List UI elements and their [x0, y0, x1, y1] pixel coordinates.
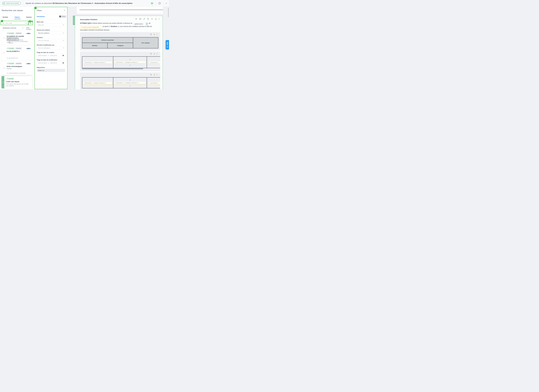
delete-trash-icon[interactable] [150, 53, 152, 54]
table-header-block: Actions souscrites Prix unitaire Nombre … [80, 32, 160, 50]
shares-price-input[interactable] [149, 61, 160, 64]
create-clause-description: Pour ajouter faire glisser vers la table… [6, 83, 31, 87]
edilex-logo: edilex [27, 63, 31, 64]
close-icon[interactable]: × [166, 2, 167, 5]
topbar-separator [156, 2, 156, 5]
issuer-name-input[interactable] [80, 26, 102, 29]
drag-handle-icon[interactable] [3, 52, 4, 54]
update-clause-icon[interactable] [135, 18, 137, 20]
help-icon[interactable]: ? [159, 2, 161, 5]
divider [37, 14, 65, 14]
subscribed-shares-table: Actions souscrites Prix unitaire Nombre … [82, 37, 158, 48]
drag-handle-icon[interactable] [3, 37, 4, 39]
status-badge: PUBLIÉE [15, 63, 22, 65]
keywords-select[interactable]: Mots-clés [37, 23, 65, 27]
shares-category-input[interactable] [114, 61, 146, 64]
edilex-logo: edilex [27, 48, 31, 49]
horizontal-scrollbar[interactable] [82, 68, 143, 69]
sort-handles-icon [25, 22, 27, 24]
shares-number-input[interactable] [83, 82, 112, 84]
more-options-icon[interactable] [157, 53, 157, 54]
tab-clause[interactable]: Clause [15, 16, 20, 18]
edilex-logo: edilex [27, 33, 31, 34]
add-comment-icon[interactable] [140, 18, 141, 20]
search-input[interactable] [5, 22, 24, 24]
tag-icon [7, 58, 8, 59]
creator-label: Créateur [37, 37, 43, 38]
filter-count-badge: 1 [31, 21, 33, 22]
clause-type-badge: CLAUSE [6, 78, 14, 80]
clause-side-tab: CLAUSE [73, 16, 75, 25]
shares-price-input[interactable] [149, 82, 160, 84]
table-row-block: « » [80, 52, 160, 71]
creation-date-range-field[interactable]: Date de début — Date de fin [37, 54, 65, 57]
delete-trash-icon[interactable] [147, 18, 149, 20]
tag-icon [7, 39, 8, 41]
sort-order-select[interactable]: Modification (récente) [1, 26, 24, 29]
clause-card[interactable]: CLAUSE PUBLIÉE edilex Ordre chronologiqu… [1, 61, 32, 75]
create-clause-card[interactable]: CLAUSE Créer une clause Pour ajouter fai… [1, 76, 32, 88]
clause-card-subtitle: Trousse [7, 68, 31, 69]
create-clause-drag-strip[interactable] [1, 76, 4, 88]
creator-select[interactable]: Tous les créateurs [37, 39, 65, 42]
drag-handle-icon[interactable] [3, 67, 4, 69]
help-tab-label: Aide [167, 42, 168, 45]
close-filters-icon[interactable]: × [64, 9, 65, 11]
filters-panel: 3 Filtres × Réinitialiser 1 Filtres Mots… [34, 7, 68, 89]
lock-icon[interactable] [154, 74, 155, 75]
clause-paragraph: ATTENDU QUE la Fiducie désire souscrire … [80, 22, 160, 31]
drag-handle-icon [2, 82, 4, 83]
capital-actions-select[interactable]: capital-actions [133, 23, 148, 25]
active-filters-count: 1 [59, 16, 61, 17]
add-clauses-label: AJOUT DE CLAUSES [6, 3, 19, 4]
clause-search-sidebar: Rechercher une clause Section Clause Ann… [0, 7, 34, 89]
more-options-icon[interactable] [157, 74, 157, 75]
table-row-block: « » [80, 73, 160, 89]
directories-value: Edilex Inc. [37, 69, 65, 72]
shares-category-input[interactable] [114, 82, 146, 84]
chevron-down-icon [63, 40, 64, 41]
tab-section[interactable]: Section [3, 16, 8, 18]
search-icon [3, 22, 4, 24]
document-name: 02-Décisions des fiduciaires de l'Action… [53, 2, 132, 4]
status-badge: PUBLIÉE [15, 47, 22, 49]
avatar[interactable]: SK [150, 2, 154, 5]
vertical-scrollbar[interactable] [168, 8, 169, 17]
clause-flag-icon [7, 78, 8, 79]
annotation-circle-2: 2 [29, 20, 31, 22]
modified-by-select[interactable]: Tous les utilisateurs [37, 46, 65, 50]
active-filters-pill: 1 Filtres [59, 15, 66, 18]
clause-card-title: Ordre chronologique [7, 66, 31, 67]
tab-annexe[interactable]: Annexe [26, 16, 32, 18]
content-source-select[interactable]: Tous les contenus [37, 31, 65, 35]
add-clauses-button[interactable]: AJOUT DE CLAUSES [2, 2, 21, 5]
clause-card-title: test ELIZABETH 1 [7, 50, 31, 52]
clause-card[interactable]: CLAUSE PUBLIÉE edilex test ELIZABETH 1 A… [1, 46, 32, 60]
directories-label: Répertoires [37, 67, 45, 68]
edit-pencil-icon[interactable] [143, 18, 145, 20]
clause-card[interactable]: CLAUSE PUBLIÉE edilex Acceptation du man… [1, 31, 32, 45]
help-tab[interactable]: Aide [166, 40, 169, 49]
more-options-icon[interactable] [157, 34, 157, 35]
tag-icon [7, 73, 8, 74]
modification-date-range-field[interactable]: Date de début — Date de fin [37, 61, 65, 64]
clause-flag-icon [3, 2, 5, 5]
lock-icon[interactable] [154, 53, 155, 54]
document-page-fragment [77, 7, 163, 14]
delete-trash-icon[interactable] [150, 34, 152, 35]
lock-icon[interactable] [154, 34, 155, 35]
status-badge: PUBLIÉE [15, 32, 22, 34]
chevron-down-icon [63, 48, 64, 48]
document-editor: CLAUSE Souscription d'actions ATTENDU QU… [68, 7, 169, 89]
shares-row-table: « » [82, 56, 160, 68]
tabs-divider [0, 19, 34, 19]
divider [0, 13, 34, 13]
lock-icon[interactable] [155, 18, 157, 20]
reset-filters-link[interactable]: Réinitialiser [37, 16, 45, 17]
delete-trash-icon[interactable] [150, 74, 152, 75]
swap-clause-icon[interactable] [151, 18, 153, 20]
shares-number-input[interactable] [83, 61, 112, 64]
more-options-icon[interactable] [159, 18, 159, 20]
modification-date-range-label: Plage de date de modification [37, 59, 57, 61]
creation-date-range-label: Plage de date de création [37, 52, 54, 53]
